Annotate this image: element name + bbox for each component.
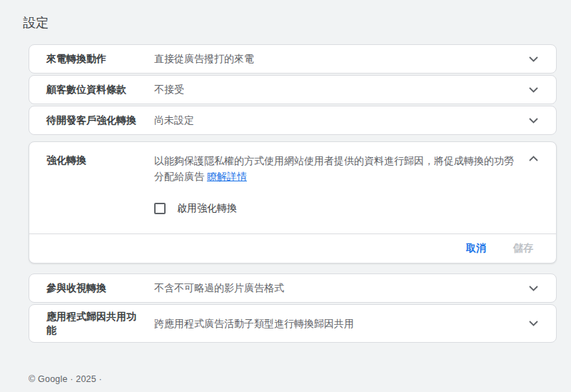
panel-value: 直接從廣告撥打的來電 bbox=[154, 52, 527, 66]
panel-label: 強化轉換 bbox=[46, 153, 154, 167]
chevron-down-icon[interactable] bbox=[527, 283, 539, 294]
expanded-panel-header[interactable]: 強化轉換 以能夠保護隱私權的方式使用網站使用者提供的資料進行歸因，將促成轉換的功… bbox=[29, 142, 556, 184]
page-title: 設定 bbox=[0, 0, 571, 31]
save-button[interactable]: 儲存 bbox=[512, 239, 535, 258]
panel-value: 不接受 bbox=[154, 83, 527, 96]
panel-customer-data-terms[interactable]: 顧客數位資料條款 不接受 bbox=[29, 75, 557, 104]
chevron-down-icon[interactable] bbox=[527, 54, 539, 65]
panel-value: 不含不可略過的影片廣告格式 bbox=[154, 281, 527, 295]
panel-enhanced-conversions-for-leads[interactable]: 待開發客戶強化轉換 尚未設定 bbox=[29, 106, 557, 135]
panel-call-conversion-action[interactable]: 來電轉換動作 直接從廣告撥打的來電 bbox=[29, 44, 557, 74]
panel-label: 待開發客戶強化轉換 bbox=[46, 114, 154, 127]
enable-enhanced-conversions-row: 啟用強化轉換 bbox=[154, 202, 539, 215]
panel-label: 應用程式歸因共用功能 bbox=[46, 310, 154, 337]
chevron-down-icon[interactable] bbox=[527, 84, 539, 96]
settings-panels: 來電轉換動作 直接從廣告撥打的來電 顧客數位資料條款 不接受 待開發客戶強化轉換… bbox=[29, 44, 557, 343]
panel-label: 參與收視轉換 bbox=[46, 281, 154, 295]
panel-description: 以能夠保護隱私權的方式使用網站使用者提供的資料進行歸因，將促成轉換的功勞分配給廣… bbox=[154, 153, 527, 184]
panel-app-attribution-sharing[interactable]: 應用程式歸因共用功能 跨應用程式廣告活動子類型進行轉換歸因共用 bbox=[29, 304, 557, 343]
panel-engaged-view-conversions[interactable]: 參與收視轉換 不含不可略過的影片廣告格式 bbox=[29, 273, 557, 303]
checkbox-label[interactable]: 啟用強化轉換 bbox=[177, 202, 237, 215]
chevron-down-icon[interactable] bbox=[527, 318, 539, 329]
copyright-footer: © Google · 2025 · bbox=[29, 374, 571, 384]
chevron-down-icon[interactable] bbox=[527, 115, 539, 126]
learn-more-link[interactable]: 瞭解詳情 bbox=[207, 171, 247, 182]
cancel-button[interactable]: 取消 bbox=[465, 239, 487, 258]
panel-label: 來電轉換動作 bbox=[46, 52, 154, 66]
chevron-up-icon[interactable] bbox=[527, 153, 539, 164]
enable-enhanced-conversions-checkbox[interactable] bbox=[154, 203, 166, 214]
panel-value: 尚未設定 bbox=[154, 114, 527, 127]
panel-enhanced-conversions-expanded: 強化轉換 以能夠保護隱私權的方式使用網站使用者提供的資料進行歸因，將促成轉換的功… bbox=[29, 141, 557, 263]
panel-label: 顧客數位資料條款 bbox=[46, 83, 154, 96]
panel-value: 跨應用程式廣告活動子類型進行轉換歸因共用 bbox=[154, 317, 527, 331]
panel-actions: 取消 儲存 bbox=[29, 234, 556, 263]
